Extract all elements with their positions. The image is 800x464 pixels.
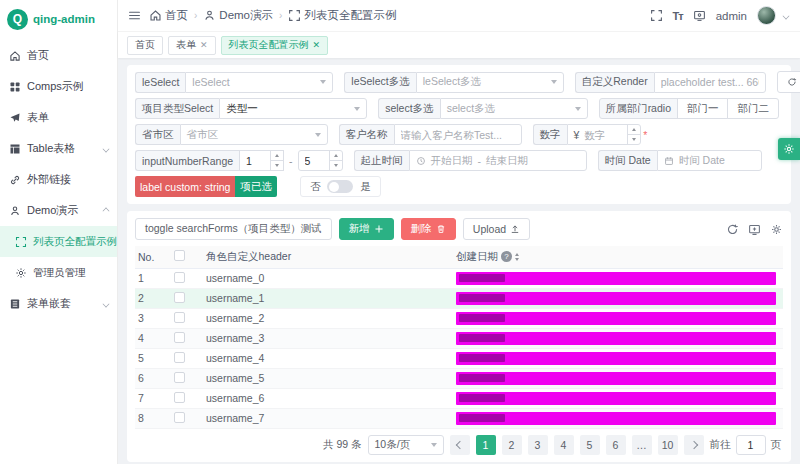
switch-active-label: 是 [360, 180, 371, 194]
help-icon[interactable]: ? [501, 251, 512, 262]
row-checkbox[interactable] [174, 272, 185, 283]
sidebar-item-table[interactable]: Table表格 [0, 133, 117, 164]
date-bar [456, 372, 776, 385]
page-button-1[interactable]: 1 [476, 435, 496, 455]
chevron-down-icon[interactable] [783, 12, 790, 19]
cell-username: username_0 [203, 268, 453, 288]
table-row[interactable]: 8username_7 [135, 408, 783, 428]
page-button-10[interactable]: 10 [658, 435, 678, 455]
row-checkbox[interactable] [174, 392, 185, 403]
next-page-button[interactable] [684, 435, 704, 455]
toggle-switch[interactable] [327, 180, 353, 193]
sidebar-item-comps[interactable]: Comps示例 [0, 71, 117, 102]
page-button-6[interactable]: 6 [606, 435, 626, 455]
table-row[interactable]: 3username_2 [135, 308, 783, 328]
hamburger-icon[interactable] [128, 9, 141, 22]
sidebar-item-home[interactable]: 首页 [0, 40, 117, 71]
sidebar-item-external-link[interactable]: 外部链接 [0, 164, 117, 195]
row-checkbox[interactable] [174, 292, 185, 303]
select-multi-dropdown[interactable]: select多选 [440, 98, 588, 119]
toggle-search-forms-button[interactable]: toggle searchForms（项目类型）测试 [135, 218, 332, 240]
avatar[interactable] [757, 6, 776, 25]
upload-button[interactable]: Upload [463, 218, 530, 240]
le-select-multi-dropdown[interactable]: leSelect多选 [416, 72, 564, 93]
step-up-icon[interactable] [330, 151, 342, 161]
customer-name-input-wrap [394, 124, 522, 145]
row-checkbox[interactable] [174, 312, 185, 323]
sidebar: Q qing-admin 首页 Comps示例 表单 Table表格 [0, 0, 118, 464]
amount-stepper[interactable] [627, 125, 640, 144]
range-to-input[interactable] [299, 151, 329, 170]
refresh-icon [787, 77, 797, 87]
step-up-icon[interactable] [628, 125, 640, 135]
table-row[interactable]: 6username_5 [135, 368, 783, 388]
table-row[interactable]: 7username_6 [135, 388, 783, 408]
range-to-stepper[interactable] [329, 151, 342, 170]
customer-name-input[interactable] [401, 129, 515, 141]
step-down-icon[interactable] [628, 135, 640, 144]
fullscreen-table-icon[interactable] [748, 223, 761, 236]
breadcrumb-item-demo[interactable]: Demo演示 [203, 8, 273, 23]
reset-button[interactable]: 重置 [777, 71, 800, 93]
breadcrumb-item-home[interactable]: 首页 [149, 8, 188, 23]
row-checkbox[interactable] [174, 372, 185, 383]
data-table: No. 角色自定义header 创建日期 ? [135, 246, 783, 429]
page-size-select[interactable]: 10条/页 [368, 435, 444, 455]
tab-list-page-demo[interactable]: 列表页全配置示例 ✕ [221, 36, 329, 55]
sidebar-item-demo[interactable]: Demo演示 [0, 195, 117, 226]
select-all-checkbox[interactable] [174, 250, 185, 261]
dept-radio-option-2[interactable]: 部门二 [727, 98, 779, 119]
step-down-icon[interactable] [330, 161, 342, 170]
prev-page-button[interactable] [450, 435, 470, 455]
sort-icon[interactable] [515, 253, 519, 261]
chevron-down-icon [315, 133, 321, 137]
sidebar-item-nested-menu[interactable]: 菜单嵌套 [0, 288, 117, 319]
row-checkbox[interactable] [174, 332, 185, 343]
row-checkbox[interactable] [174, 412, 185, 423]
close-icon[interactable]: ✕ [313, 40, 321, 50]
table-row[interactable]: 4username_3 [135, 328, 783, 348]
refresh-icon[interactable] [726, 223, 739, 236]
goto-label: 前往 [710, 438, 731, 452]
dept-radio-option-1[interactable]: 部门一 [677, 98, 729, 119]
table-row[interactable]: 2username_1 [135, 288, 783, 308]
tab-form[interactable]: 表单 ✕ [168, 36, 216, 55]
send-icon [9, 112, 21, 124]
time-date-picker[interactable]: 时间 Date [657, 150, 762, 171]
sidebar-item-admin-manage[interactable]: 管理员管理 [0, 257, 117, 288]
page-button-5[interactable]: 5 [580, 435, 600, 455]
tab-home[interactable]: 首页 [127, 36, 163, 55]
add-button[interactable]: 新增 [339, 218, 394, 240]
settings-fab[interactable] [778, 138, 800, 160]
date-range-picker[interactable]: 开始日期 - 结束日期 [409, 150, 587, 171]
range-from-stepper[interactable] [270, 151, 283, 170]
sidebar-item-list-page-demo[interactable]: 列表页全配置示例 [0, 226, 117, 257]
cell-no: 4 [135, 328, 171, 348]
column-settings-icon[interactable] [770, 223, 783, 236]
table-row[interactable]: 5username_4 [135, 348, 783, 368]
fullscreen-icon[interactable] [650, 9, 663, 22]
field-label: inputNumberRange [135, 150, 239, 171]
close-icon[interactable]: ✕ [200, 40, 208, 50]
sidebar-item-form[interactable]: 表单 [0, 102, 117, 133]
custom-render-input[interactable] [661, 76, 759, 88]
table-row[interactable]: 1username_0 [135, 268, 783, 288]
region-dropdown[interactable]: 省市区 [180, 124, 328, 145]
amount-input[interactable] [579, 125, 627, 144]
page-button-4[interactable]: 4 [554, 435, 574, 455]
font-size-icon[interactable]: Tт [673, 10, 683, 22]
screen-lock-icon[interactable] [693, 9, 706, 22]
page-ellipsis[interactable]: … [632, 435, 652, 455]
step-down-icon[interactable] [271, 161, 283, 170]
le-select-dropdown[interactable]: leSelect [185, 72, 333, 93]
row-checkbox[interactable] [174, 352, 185, 363]
project-type-dropdown[interactable]: 类型一 [219, 98, 367, 119]
page-button-2[interactable]: 2 [502, 435, 522, 455]
sidebar-item-label: 管理员管理 [33, 266, 86, 280]
page-button-3[interactable]: 3 [528, 435, 548, 455]
range-from-input[interactable] [240, 151, 270, 170]
goto-page-input[interactable] [736, 435, 766, 455]
logo[interactable]: Q qing-admin [0, 0, 117, 38]
step-up-icon[interactable] [271, 151, 283, 161]
delete-button[interactable]: 删除 [401, 218, 456, 240]
